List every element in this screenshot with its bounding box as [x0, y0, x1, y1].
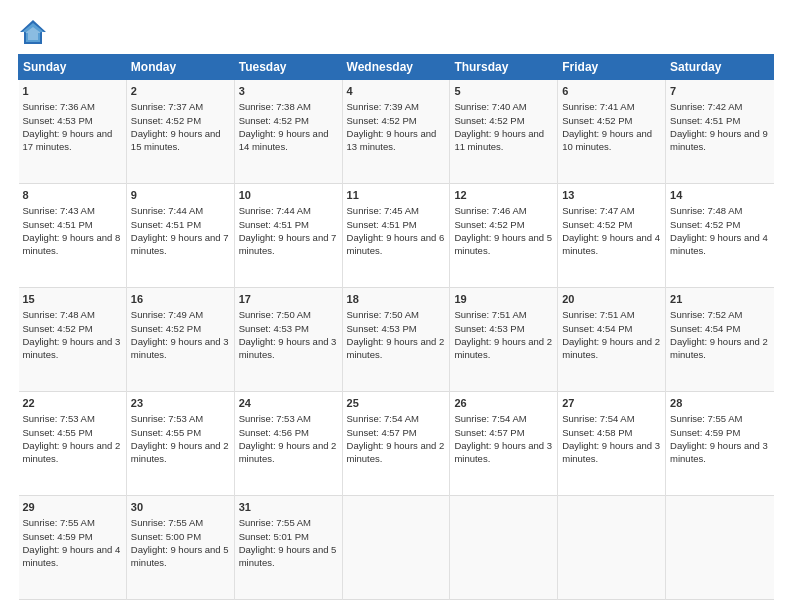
col-friday: Friday [558, 55, 666, 80]
sunset-label: Sunset: 4:57 PM [454, 427, 524, 438]
sunset-label: Sunset: 4:55 PM [23, 427, 93, 438]
sunrise-label: Sunrise: 7:44 AM [239, 205, 311, 216]
daylight-label: Daylight: 9 hours and 10 minutes. [562, 128, 652, 152]
sunset-label: Sunset: 4:59 PM [670, 427, 740, 438]
day-number: 18 [347, 292, 446, 307]
sunrise-label: Sunrise: 7:54 AM [347, 413, 419, 424]
day-cell: 21 Sunrise: 7:52 AM Sunset: 4:54 PM Dayl… [666, 288, 774, 392]
sunrise-label: Sunrise: 7:38 AM [239, 101, 311, 112]
day-cell: 7 Sunrise: 7:42 AM Sunset: 4:51 PM Dayli… [666, 80, 774, 184]
sunrise-label: Sunrise: 7:48 AM [670, 205, 742, 216]
header-row: Sunday Monday Tuesday Wednesday Thursday… [19, 55, 774, 80]
sunrise-label: Sunrise: 7:44 AM [131, 205, 203, 216]
day-cell: 20 Sunrise: 7:51 AM Sunset: 4:54 PM Dayl… [558, 288, 666, 392]
day-cell: 23 Sunrise: 7:53 AM Sunset: 4:55 PM Dayl… [126, 392, 234, 496]
day-cell: 31 Sunrise: 7:55 AM Sunset: 5:01 PM Dayl… [234, 496, 342, 600]
daylight-label: Daylight: 9 hours and 4 minutes. [562, 232, 660, 256]
sunset-label: Sunset: 5:01 PM [239, 531, 309, 542]
day-number: 3 [239, 84, 338, 99]
day-cell: 25 Sunrise: 7:54 AM Sunset: 4:57 PM Dayl… [342, 392, 450, 496]
day-number: 30 [131, 500, 230, 515]
sunrise-label: Sunrise: 7:40 AM [454, 101, 526, 112]
day-number: 21 [670, 292, 769, 307]
sunrise-label: Sunrise: 7:55 AM [131, 517, 203, 528]
col-sunday: Sunday [19, 55, 127, 80]
day-cell: 14 Sunrise: 7:48 AM Sunset: 4:52 PM Dayl… [666, 184, 774, 288]
sunrise-label: Sunrise: 7:51 AM [454, 309, 526, 320]
sunrise-label: Sunrise: 7:37 AM [131, 101, 203, 112]
daylight-label: Daylight: 9 hours and 8 minutes. [23, 232, 121, 256]
daylight-label: Daylight: 9 hours and 5 minutes. [454, 232, 552, 256]
daylight-label: Daylight: 9 hours and 17 minutes. [23, 128, 113, 152]
sunset-label: Sunset: 4:51 PM [347, 219, 417, 230]
sunset-label: Sunset: 4:53 PM [347, 323, 417, 334]
day-cell: 19 Sunrise: 7:51 AM Sunset: 4:53 PM Dayl… [450, 288, 558, 392]
day-cell: 17 Sunrise: 7:50 AM Sunset: 4:53 PM Dayl… [234, 288, 342, 392]
day-number: 25 [347, 396, 446, 411]
sunset-label: Sunset: 4:54 PM [562, 323, 632, 334]
sunset-label: Sunset: 4:56 PM [239, 427, 309, 438]
day-number: 28 [670, 396, 769, 411]
daylight-label: Daylight: 9 hours and 3 minutes. [23, 336, 121, 360]
day-cell: 6 Sunrise: 7:41 AM Sunset: 4:52 PM Dayli… [558, 80, 666, 184]
sunrise-label: Sunrise: 7:55 AM [23, 517, 95, 528]
day-cell: 28 Sunrise: 7:55 AM Sunset: 4:59 PM Dayl… [666, 392, 774, 496]
sunrise-label: Sunrise: 7:39 AM [347, 101, 419, 112]
sunrise-label: Sunrise: 7:53 AM [23, 413, 95, 424]
day-cell: 12 Sunrise: 7:46 AM Sunset: 4:52 PM Dayl… [450, 184, 558, 288]
table-row: 8 Sunrise: 7:43 AM Sunset: 4:51 PM Dayli… [19, 184, 774, 288]
sunrise-label: Sunrise: 7:46 AM [454, 205, 526, 216]
daylight-label: Daylight: 9 hours and 13 minutes. [347, 128, 437, 152]
logo-icon [18, 18, 48, 46]
daylight-label: Daylight: 9 hours and 14 minutes. [239, 128, 329, 152]
daylight-label: Daylight: 9 hours and 15 minutes. [131, 128, 221, 152]
sunset-label: Sunset: 4:52 PM [23, 323, 93, 334]
sunrise-label: Sunrise: 7:55 AM [670, 413, 742, 424]
day-number: 16 [131, 292, 230, 307]
sunset-label: Sunset: 5:00 PM [131, 531, 201, 542]
day-cell: 16 Sunrise: 7:49 AM Sunset: 4:52 PM Dayl… [126, 288, 234, 392]
day-cell: 30 Sunrise: 7:55 AM Sunset: 5:00 PM Dayl… [126, 496, 234, 600]
col-saturday: Saturday [666, 55, 774, 80]
daylight-label: Daylight: 9 hours and 2 minutes. [239, 440, 337, 464]
daylight-label: Daylight: 9 hours and 4 minutes. [670, 232, 768, 256]
sunset-label: Sunset: 4:52 PM [131, 115, 201, 126]
day-cell: 13 Sunrise: 7:47 AM Sunset: 4:52 PM Dayl… [558, 184, 666, 288]
daylight-label: Daylight: 9 hours and 5 minutes. [239, 544, 337, 568]
day-cell: 15 Sunrise: 7:48 AM Sunset: 4:52 PM Dayl… [19, 288, 127, 392]
daylight-label: Daylight: 9 hours and 11 minutes. [454, 128, 544, 152]
day-number: 22 [23, 396, 122, 411]
sunrise-label: Sunrise: 7:50 AM [239, 309, 311, 320]
sunrise-label: Sunrise: 7:54 AM [562, 413, 634, 424]
day-cell: 10 Sunrise: 7:44 AM Sunset: 4:51 PM Dayl… [234, 184, 342, 288]
sunrise-label: Sunrise: 7:52 AM [670, 309, 742, 320]
col-tuesday: Tuesday [234, 55, 342, 80]
day-cell: 11 Sunrise: 7:45 AM Sunset: 4:51 PM Dayl… [342, 184, 450, 288]
daylight-label: Daylight: 9 hours and 2 minutes. [562, 336, 660, 360]
day-number: 4 [347, 84, 446, 99]
day-cell: 8 Sunrise: 7:43 AM Sunset: 4:51 PM Dayli… [19, 184, 127, 288]
calendar-table: Sunday Monday Tuesday Wednesday Thursday… [18, 54, 774, 600]
day-number: 9 [131, 188, 230, 203]
col-monday: Monday [126, 55, 234, 80]
daylight-label: Daylight: 9 hours and 7 minutes. [239, 232, 337, 256]
logo [18, 18, 52, 46]
day-number: 7 [670, 84, 769, 99]
sunrise-label: Sunrise: 7:41 AM [562, 101, 634, 112]
daylight-label: Daylight: 9 hours and 3 minutes. [454, 440, 552, 464]
day-cell: 5 Sunrise: 7:40 AM Sunset: 4:52 PM Dayli… [450, 80, 558, 184]
sunset-label: Sunset: 4:51 PM [239, 219, 309, 230]
daylight-label: Daylight: 9 hours and 2 minutes. [670, 336, 768, 360]
col-wednesday: Wednesday [342, 55, 450, 80]
day-number: 15 [23, 292, 122, 307]
sunrise-label: Sunrise: 7:47 AM [562, 205, 634, 216]
sunset-label: Sunset: 4:51 PM [131, 219, 201, 230]
daylight-label: Daylight: 9 hours and 4 minutes. [23, 544, 121, 568]
daylight-label: Daylight: 9 hours and 6 minutes. [347, 232, 445, 256]
sunset-label: Sunset: 4:59 PM [23, 531, 93, 542]
day-number: 23 [131, 396, 230, 411]
day-number: 1 [23, 84, 122, 99]
day-number: 8 [23, 188, 122, 203]
day-cell: 9 Sunrise: 7:44 AM Sunset: 4:51 PM Dayli… [126, 184, 234, 288]
day-number: 26 [454, 396, 553, 411]
